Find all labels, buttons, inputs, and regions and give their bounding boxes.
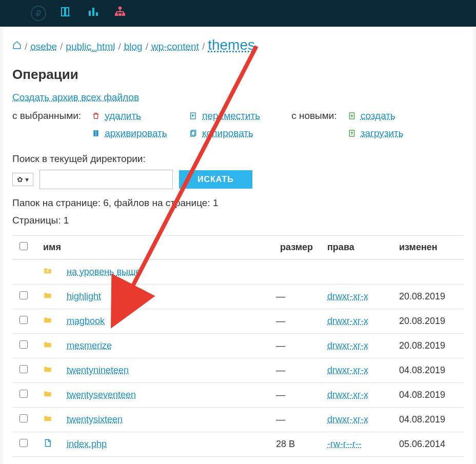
row-size: — xyxy=(269,309,320,334)
select-all-checkbox[interactable] xyxy=(19,242,28,250)
search-input[interactable] xyxy=(39,170,173,189)
breadcrumb-sep: / xyxy=(202,41,205,52)
permissions-link[interactable]: drwxr-xr-x xyxy=(327,316,368,326)
file-table: имя размер права изменен на уровень выше… xyxy=(12,235,464,457)
delete-label: удалить xyxy=(105,110,141,122)
search-button[interactable]: ИСКАТЬ xyxy=(179,170,252,189)
copy-label: копировать xyxy=(202,128,253,139)
row-date: 20.08.2019 xyxy=(392,334,464,358)
archive-all-link[interactable]: Создать архив всех файлов xyxy=(12,92,139,103)
folder-link[interactable]: magbook xyxy=(67,316,105,326)
row-date: 20.08.2019 xyxy=(392,309,464,334)
row-date: 05.06.2014 xyxy=(392,432,464,457)
folder-icon xyxy=(43,366,52,376)
row-checkbox[interactable] xyxy=(19,414,28,422)
row-checkbox[interactable] xyxy=(19,390,28,398)
folder-icon xyxy=(43,415,52,425)
row-checkbox[interactable] xyxy=(19,316,28,324)
create-link[interactable]: создать xyxy=(347,110,404,122)
table-row: mesmerize—drwxr-xr-x20.08.2019 xyxy=(12,334,464,358)
trash-icon xyxy=(91,111,101,120)
chevron-down-icon: ▾ xyxy=(25,175,29,184)
folder-icon xyxy=(43,316,52,327)
row-date: 04.08.2019 xyxy=(392,358,464,383)
folder-link[interactable]: twentysixteen xyxy=(67,414,123,425)
row-date: 04.08.2019 xyxy=(392,408,464,432)
breadcrumb-sep: / xyxy=(118,41,121,52)
row-size: — xyxy=(269,408,320,432)
create-icon xyxy=(347,111,356,120)
permissions-link[interactable]: drwxr-xr-x xyxy=(327,291,368,301)
row-checkbox[interactable] xyxy=(19,365,28,373)
table-row: highlight—drwxr-xr-x20.08.2019 xyxy=(12,285,464,309)
with-selected-label: с выбранными: xyxy=(12,110,81,122)
upload-icon xyxy=(347,129,356,138)
move-link[interactable]: переместить xyxy=(189,110,281,122)
folder-link[interactable]: twentyseventeen xyxy=(67,390,136,400)
svg-rect-3 xyxy=(89,11,91,16)
table-row: index.php28 B-rw-r--r--05.06.2014 xyxy=(12,432,464,457)
create-label: создать xyxy=(361,110,395,122)
permissions-link[interactable]: drwxr-xr-x xyxy=(327,365,368,375)
columns-icon[interactable] xyxy=(61,6,73,21)
folder-icon xyxy=(43,341,52,351)
archive-icon xyxy=(91,129,101,138)
col-perm-header[interactable]: права xyxy=(320,236,392,260)
ruble-icon[interactable]: ₽ xyxy=(31,6,46,21)
search-label: Поиск в текущей директории: xyxy=(12,153,464,165)
svg-rect-6 xyxy=(118,7,122,9)
svg-rect-15 xyxy=(95,130,97,136)
svg-rect-7 xyxy=(115,13,118,16)
folder-link[interactable]: twentynineteen xyxy=(67,365,129,375)
gear-icon: ✿ xyxy=(17,175,23,184)
folder-icon xyxy=(43,390,52,400)
folder-link[interactable]: highlight xyxy=(67,291,101,301)
row-size: — xyxy=(269,334,320,358)
move-label: переместить xyxy=(202,110,260,122)
search-options-button[interactable]: ✿ ▾ xyxy=(12,173,33,186)
breadcrumb-sep: / xyxy=(146,41,148,52)
permissions-link[interactable]: drwxr-xr-x xyxy=(327,340,368,351)
upload-link[interactable]: загрузить xyxy=(347,128,404,139)
breadcrumb-current[interactable]: themes xyxy=(208,37,255,53)
move-icon xyxy=(189,111,198,120)
archive-link[interactable]: архивировать xyxy=(91,128,179,139)
col-name-header[interactable]: имя xyxy=(36,236,269,260)
row-checkbox[interactable] xyxy=(19,340,28,349)
svg-rect-5 xyxy=(96,12,98,16)
row-date: 20.08.2019 xyxy=(392,285,464,309)
counts-label: Папок на странице: 6, файлов на странице… xyxy=(12,197,464,209)
col-size-header: размер xyxy=(269,236,320,260)
folder-link[interactable]: mesmerize xyxy=(67,340,112,351)
row-size: — xyxy=(269,358,320,383)
sitemap-icon[interactable] xyxy=(114,6,126,21)
row-checkbox[interactable] xyxy=(19,439,28,447)
permissions-link[interactable]: -rw-r--r-- xyxy=(327,439,362,449)
breadcrumb-link[interactable]: public_html xyxy=(66,41,115,52)
with-new-label: с новыми: xyxy=(291,110,337,122)
home-icon[interactable] xyxy=(12,41,22,52)
svg-rect-4 xyxy=(92,8,94,16)
col-date-header[interactable]: изменен xyxy=(392,236,464,260)
breadcrumb-link[interactable]: wp-content xyxy=(151,41,199,52)
breadcrumb-sep: / xyxy=(25,41,27,52)
breadcrumb-link[interactable]: blog xyxy=(124,41,143,52)
up-level-link[interactable]: на уровень выше xyxy=(67,267,141,277)
bar-chart-icon[interactable] xyxy=(87,6,100,21)
row-checkbox[interactable] xyxy=(19,291,28,299)
breadcrumb-link[interactable]: osebe xyxy=(30,41,57,52)
breadcrumb-sep: / xyxy=(60,41,63,52)
row-date: 04.08.2019 xyxy=(392,383,464,408)
main-panel: / osebe / public_html / blog / wp-conten… xyxy=(3,27,473,464)
permissions-link[interactable]: drwxr-xr-x xyxy=(327,390,368,400)
copy-link[interactable]: копировать xyxy=(189,128,281,139)
file-link[interactable]: index.php xyxy=(67,439,107,449)
table-row: twentynineteen—drwxr-xr-x04.08.2019 xyxy=(12,358,464,383)
svg-rect-8 xyxy=(118,13,122,16)
permissions-link[interactable]: drwxr-xr-x xyxy=(327,414,368,425)
archive-label: архивировать xyxy=(105,128,167,139)
up-level-row[interactable]: на уровень выше xyxy=(12,259,464,285)
delete-link[interactable]: удалить xyxy=(91,110,179,122)
svg-rect-9 xyxy=(122,13,125,16)
copy-icon xyxy=(189,129,198,138)
